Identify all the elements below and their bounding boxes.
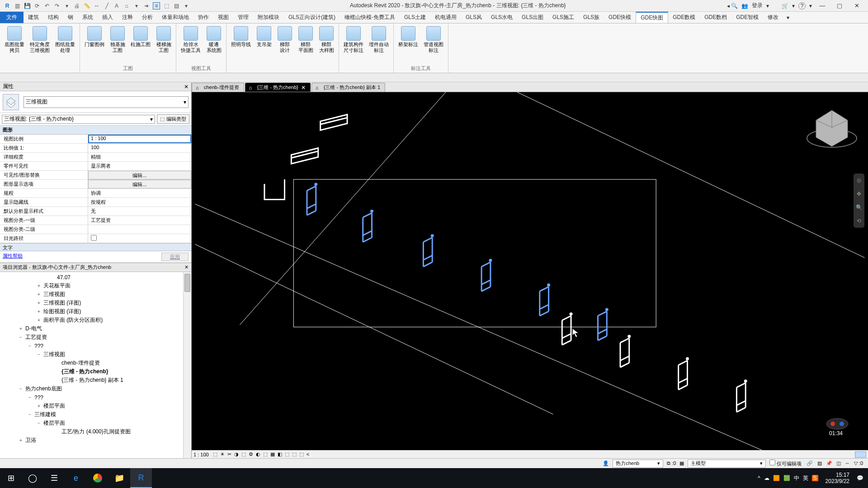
model-state-icon[interactable]: ⧉ :0 xyxy=(667,460,676,466)
ribbon-button-0-1[interactable]: 特定角度 三维视图 xyxy=(28,25,52,72)
tree-node-label[interactable]: 三维视图 (详图) xyxy=(42,299,81,307)
ribbon-button-1-3[interactable]: 楼梯施 工图 xyxy=(154,25,173,65)
project-browser-close-icon[interactable]: ✕ xyxy=(184,264,189,270)
props-category-graphics[interactable]: 图形 xyxy=(0,126,191,135)
ribbon-tab-22[interactable]: GDE快图 xyxy=(636,12,668,23)
tree-node[interactable]: {三维 - 热力chenb} xyxy=(0,367,191,376)
tree-node-label[interactable]: 绘图视图 (详图) xyxy=(42,308,81,315)
tray-app1-icon[interactable]: 🟧 xyxy=(773,475,780,481)
tree-node[interactable]: 工艺/热力 (4.000)孔洞提资图 xyxy=(0,427,191,436)
property-value[interactable]: 1 : 100 xyxy=(88,135,191,143)
explorer-button[interactable]: 📁 xyxy=(108,468,130,488)
cart-dropdown-icon[interactable]: ▾ xyxy=(792,3,795,9)
apply-button[interactable]: 应用 xyxy=(161,253,189,261)
tree-node[interactable]: +天花板平面 xyxy=(0,282,191,290)
tree-node-label[interactable]: 三维视图 xyxy=(42,291,65,298)
text-icon[interactable]: A xyxy=(113,2,120,9)
view-control-icon-2[interactable]: ✂ xyxy=(227,451,231,457)
type-selector[interactable]: 三维视图 ▾ xyxy=(0,91,191,113)
ime-lang-icon[interactable]: 英 xyxy=(803,474,808,482)
tree-node-label[interactable]: {三维 - 热力chenb} xyxy=(60,368,108,375)
browser-scrollbar[interactable] xyxy=(183,272,191,458)
tree-expand-icon[interactable]: − xyxy=(27,412,33,417)
property-value[interactable] xyxy=(88,234,191,243)
tree-node-label[interactable]: 面积平面 (防火分区面积) xyxy=(42,316,103,324)
dropdown-icon[interactable]: ▾ xyxy=(63,2,71,9)
tree-node[interactable]: +三维视图 xyxy=(0,290,191,299)
3d-viewport[interactable]: ◎ ✥ 🔍 ⟲ 01:34 xyxy=(192,92,868,450)
ribbon-button-1-0[interactable]: 门窗图例 xyxy=(83,25,106,65)
property-edit-button[interactable]: 编辑... xyxy=(88,180,191,188)
view-control-icon-12[interactable]: ⬚ xyxy=(299,451,304,457)
revit-button[interactable]: R xyxy=(130,468,152,488)
ribbon-tab-24[interactable]: GDE数档 xyxy=(700,12,731,23)
print-icon[interactable]: 🖨 xyxy=(73,2,80,9)
sync-icon[interactable]: ⟳ xyxy=(33,2,41,9)
tree-node[interactable]: +绘图视图 (详图) xyxy=(0,307,191,316)
tree-node[interactable]: +卫浴 xyxy=(0,436,191,445)
tree-node-label[interactable]: ??? xyxy=(33,394,43,401)
tree-expand-icon[interactable]: + xyxy=(36,309,42,314)
view-control-icon-11[interactable]: ⬚ xyxy=(292,451,297,457)
tree-node[interactable]: +面积平面 (防火分区面积) xyxy=(0,316,191,324)
help-icon[interactable]: ? xyxy=(798,2,806,9)
cortana-button[interactable]: ◯ xyxy=(22,468,43,488)
ribbon-button-3-2[interactable]: 梯部 设计 xyxy=(275,25,294,72)
tree-node-label[interactable]: 工艺/热力 (4.000)孔洞提资图 xyxy=(60,428,131,436)
tree-node[interactable]: −工艺提资 xyxy=(0,333,191,342)
ribbon-tab-3[interactable]: 系统 xyxy=(78,12,98,23)
tree-node[interactable]: 47.07 xyxy=(0,273,191,282)
taskbar-clock[interactable]: 15:17 2023/9/22 xyxy=(822,472,853,484)
tray-app2-icon[interactable]: 🟩 xyxy=(783,475,790,481)
orbit-icon[interactable]: ⟲ xyxy=(857,218,861,224)
document-tab-2[interactable]: ⌂{三维 - 热力chenb} 副本 1 xyxy=(311,83,385,92)
open-icon[interactable]: ▥ xyxy=(14,2,21,9)
task-view-button[interactable]: ☰ xyxy=(43,468,65,488)
measure-icon[interactable]: 📏 xyxy=(83,2,90,9)
workset-combo[interactable]: 热力chenb▾ xyxy=(613,460,663,468)
ribbon-tab-9[interactable]: 视图 xyxy=(213,12,233,23)
login-dropdown-icon[interactable]: ▾ xyxy=(766,3,769,9)
tree-expand-icon[interactable]: + xyxy=(36,283,42,288)
ribbon-tab-19[interactable]: GLS施工 xyxy=(548,12,579,23)
ribbon-tab-4[interactable]: 插入 xyxy=(98,12,118,23)
tree-node-label[interactable]: 天花板平面 xyxy=(42,282,71,290)
ribbon-button-3-1[interactable]: 支吊架 xyxy=(255,25,274,72)
ribbon-tab-16[interactable]: GLS风 xyxy=(461,12,486,23)
people-icon[interactable]: 👥 xyxy=(741,3,748,9)
tree-expand-icon[interactable]: + xyxy=(36,300,42,305)
view-control-icon-0[interactable]: ⬚ xyxy=(213,451,217,457)
properties-help-link[interactable]: 属性帮助 xyxy=(3,253,23,261)
redo-icon[interactable]: ↷ xyxy=(53,2,61,9)
cart-icon[interactable]: 🛒 xyxy=(782,3,788,9)
viewport-canvas[interactable] xyxy=(192,92,868,450)
readonly-checkbox-label[interactable]: 仅可编辑项 xyxy=(769,460,802,467)
tree-node-label[interactable]: 卫浴 xyxy=(24,436,36,444)
view-cube[interactable] xyxy=(805,101,859,155)
ribbon-tab-21[interactable]: GDE快模 xyxy=(604,12,636,23)
view-scale-display[interactable]: 1 : 100 xyxy=(193,452,209,457)
property-value[interactable]: 按规程 xyxy=(88,198,191,206)
tree-node[interactable]: −三维视图 xyxy=(0,350,191,359)
tab-overflow-icon[interactable]: ▾ xyxy=(783,14,793,21)
view-control-icon-10[interactable]: ⬚ xyxy=(285,451,289,457)
view-control-icon-13[interactable]: < xyxy=(307,451,309,457)
property-checkbox[interactable] xyxy=(91,235,97,241)
tree-expand-icon[interactable]: − xyxy=(18,386,24,391)
select-pinned-icon[interactable]: 📌 xyxy=(826,460,832,466)
doc-tab-close-icon[interactable]: ✕ xyxy=(301,84,306,91)
drag-elements-icon[interactable]: ↔ xyxy=(845,460,850,466)
ribbon-button-1-2[interactable]: 柱施工图 xyxy=(129,25,152,65)
properties-close-icon[interactable]: ✕ xyxy=(184,84,189,90)
property-value[interactable]: 协调 xyxy=(88,189,191,197)
tree-node[interactable]: −三维建模 xyxy=(0,410,191,419)
ime-mode-icon[interactable]: 中 xyxy=(794,474,799,482)
dropdown2-icon[interactable]: ▾ xyxy=(133,2,140,9)
ribbon-button-3-0[interactable]: 照明导线 xyxy=(229,25,253,72)
close-button[interactable]: ✕ xyxy=(850,1,863,10)
ribbon-tab-25[interactable]: GDE智模 xyxy=(731,12,763,23)
property-value[interactable]: 100 xyxy=(88,144,191,152)
qat-more-icon[interactable]: ▾ xyxy=(183,2,190,9)
ribbon-tab-8[interactable]: 协作 xyxy=(193,12,213,23)
readonly-checkbox[interactable] xyxy=(769,460,775,465)
